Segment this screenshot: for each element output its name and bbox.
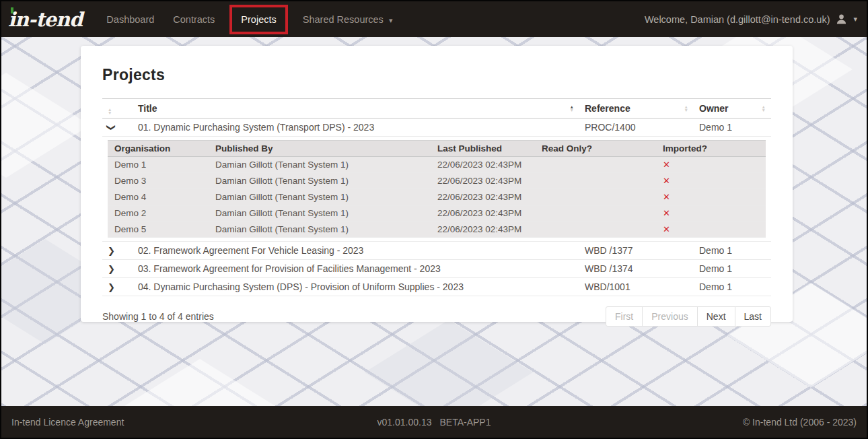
last-published-cell: 22/06/2023 02:43PM — [431, 189, 532, 205]
column-header-reference-label: Reference — [585, 103, 630, 114]
column-header-owner[interactable]: Owner ▲▼ — [694, 99, 771, 119]
logo[interactable]: in-tend — [8, 8, 82, 31]
nav-item-dashboard[interactable]: Dashboard — [97, 8, 164, 31]
project-owner-cell: Demo 1 — [694, 119, 771, 137]
background-diamond — [1, 73, 90, 178]
imported-cell: ✕ — [656, 222, 766, 238]
not-imported-cross-icon: ✕ — [663, 160, 670, 170]
sort-icon: ▲▼ — [684, 105, 688, 112]
pagination-previous-button[interactable]: Previous — [642, 306, 697, 327]
column-header-title[interactable]: Title ▲▼ — [133, 99, 579, 119]
organisations-subtable: Organisation Published By Last Published… — [108, 140, 766, 238]
published-by-cell: Damian Gillott (Tenant System 1) — [209, 222, 431, 238]
last-published-cell: 22/06/2023 02:43PM — [431, 173, 532, 189]
last-published-cell: 22/06/2023 02:43PM — [431, 157, 532, 173]
expand-cell: ❯ — [102, 119, 133, 137]
table-header-row: ▲▼ Title ▲▼ Reference ▲▼ — [102, 99, 771, 119]
user-menu-caret-icon[interactable]: ▾ — [853, 15, 857, 24]
sort-icon: ▲▼ — [108, 108, 112, 114]
projects-card: Projects ▲▼ Title ▲▼ — [81, 46, 793, 322]
project-title-cell: 02. Framework Agreement For Vehicle Leas… — [133, 242, 579, 260]
pagination-last-button[interactable]: Last — [735, 306, 771, 327]
project-reference-cell: WBD /1377 — [579, 242, 694, 260]
column-header-title-label: Title — [138, 103, 157, 114]
published-by-cell: Damian Gillott (Tenant System 1) — [209, 205, 431, 222]
copyright-text: © In-tend Ltd (2006 - 2023) — [743, 417, 857, 428]
nav-item-projects[interactable]: Projects — [232, 7, 285, 32]
project-owner-cell: Demo 1 — [694, 278, 771, 296]
imported-cell: ✕ — [656, 205, 766, 222]
entries-summary: Showing 1 to 4 of 4 entries — [102, 311, 214, 322]
project-title-cell: 04. Dynamic Purchasing System (DPS) - Pr… — [133, 278, 579, 296]
subtable-row: Demo 5 Damian Gillott (Tenant System 1) … — [108, 222, 766, 238]
expand-cell: ❯ — [102, 242, 133, 260]
subtable-row: Demo 2 Damian Gillott (Tenant System 1) … — [108, 205, 766, 222]
subtable-row: Demo 4 Damian Gillott (Tenant System 1) … — [108, 189, 766, 205]
expand-chevron-icon[interactable]: ❯ — [108, 265, 115, 273]
subtable-row: Demo 3 Damian Gillott (Tenant System 1) … — [108, 173, 766, 189]
main-nav: Dashboard Contracts Projects Shared Reso… — [97, 1, 402, 37]
project-reference-cell: PROC/1400 — [579, 119, 694, 137]
not-imported-cross-icon: ✕ — [663, 176, 670, 186]
expand-chevron-icon[interactable]: ❯ — [108, 246, 115, 255]
not-imported-cross-icon: ✕ — [663, 192, 670, 202]
subcolumn-header-last-published: Last Published — [431, 141, 532, 157]
page-title: Projects — [102, 66, 771, 84]
app-name: BETA-APP1 — [439, 417, 491, 428]
imported-cell: ✕ — [656, 173, 766, 189]
column-header-expand[interactable]: ▲▼ — [102, 99, 133, 119]
column-header-owner-label: Owner — [699, 103, 729, 114]
read-only-cell — [532, 222, 656, 238]
projects-table: ▲▼ Title ▲▼ Reference ▲▼ — [102, 98, 771, 296]
chevron-down-icon: ▾ — [389, 16, 393, 24]
published-by-cell: Damian Gillott (Tenant System 1) — [209, 173, 431, 189]
expand-cell: ❯ — [102, 260, 133, 278]
subtable-row: Demo 1 Damian Gillott (Tenant System 1) … — [108, 157, 766, 173]
details-cell: Organisation Published By Last Published… — [102, 137, 771, 242]
imported-cell: ✕ — [656, 189, 766, 205]
subcolumn-header-published-by: Published By — [209, 141, 431, 157]
logo-green-mark — [11, 7, 13, 13]
subcolumn-header-organisation: Organisation — [108, 141, 209, 157]
table-footer: Showing 1 to 4 of 4 entries First Previo… — [102, 306, 771, 327]
last-published-cell: 22/06/2023 02:43PM — [431, 205, 532, 222]
annotation-highlight-box: Projects — [229, 5, 287, 34]
column-header-reference[interactable]: Reference ▲▼ — [579, 99, 694, 119]
version-number: v01.01.00.13 — [377, 417, 432, 428]
table-row-project-01: ❯ 01. Dynamic Purchasing System (Transpo… — [102, 119, 771, 137]
nav-item-shared-resources-label: Shared Resources — [303, 14, 384, 25]
welcome-text: Welcome, Damian (d.gillott@in-tend.co.uk… — [645, 14, 830, 25]
organisation-cell: Demo 3 — [108, 173, 209, 189]
read-only-cell — [532, 157, 656, 173]
nav-item-contracts[interactable]: Contracts — [164, 8, 224, 31]
pagination-next-button[interactable]: Next — [697, 306, 735, 327]
expand-chevron-icon[interactable]: ❯ — [108, 283, 115, 292]
page-footer: In-tend Licence Agreement v01.01.00.13 B… — [1, 406, 867, 438]
project-reference-cell: WBD/1001 — [579, 278, 694, 296]
table-row-project-01-details: Organisation Published By Last Published… — [102, 137, 771, 242]
background-diamond — [365, 320, 533, 406]
main-content: Projects ▲▼ Title ▲▼ — [1, 37, 867, 406]
collapse-chevron-icon[interactable]: ❯ — [107, 124, 116, 131]
read-only-cell — [532, 173, 656, 189]
top-navbar: in-tend Dashboard Contracts Projects Sha… — [1, 1, 867, 37]
logo-text: in-tend — [8, 8, 82, 31]
pagination-first-button[interactable]: First — [606, 306, 643, 327]
project-owner-cell: Demo 1 — [694, 260, 771, 278]
licence-agreement-link[interactable]: In-tend Licence Agreement — [11, 417, 124, 428]
project-title-cell: 01. Dynamic Purchasing System (Transport… — [133, 119, 579, 137]
table-row-project-03: ❯ 03. Framework Agreement for Provision … — [102, 260, 771, 278]
last-published-cell: 22/06/2023 02:43PM — [431, 222, 532, 238]
sort-asc-active-icon: ▲▼ — [570, 105, 574, 112]
project-reference-cell: WBD /1374 — [579, 260, 694, 278]
project-title-cell: 03. Framework Agreement for Provision of… — [133, 260, 579, 278]
pagination: First Previous Next Last — [606, 306, 771, 327]
user-icon[interactable] — [836, 13, 847, 25]
not-imported-cross-icon: ✕ — [663, 208, 670, 218]
organisation-cell: Demo 5 — [108, 222, 209, 238]
published-by-cell: Damian Gillott (Tenant System 1) — [209, 189, 431, 205]
nav-item-shared-resources[interactable]: Shared Resources ▾ — [293, 8, 402, 31]
organisation-cell: Demo 1 — [108, 157, 209, 173]
subtable-header-row: Organisation Published By Last Published… — [108, 141, 766, 157]
app-window: in-tend Dashboard Contracts Projects Sha… — [0, 0, 868, 439]
